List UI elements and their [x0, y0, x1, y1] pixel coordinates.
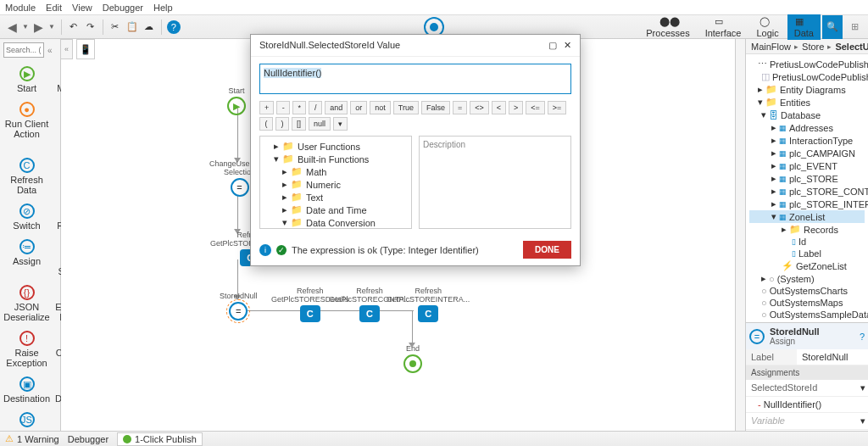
op->[interactable]: >	[509, 101, 523, 114]
description-panel: Description	[419, 136, 571, 229]
breadcrumb-store[interactable]: Store	[802, 42, 824, 52]
forward-button[interactable]: ▶	[31, 20, 46, 34]
op-<>[interactable]: <>	[470, 101, 489, 114]
function-tree[interactable]: ▸📁User Functions ▾📁Built-in Functions ▸📁…	[259, 136, 412, 229]
close-icon[interactable]: ✕	[564, 40, 571, 51]
forward-menu[interactable]: ▼	[46, 23, 58, 31]
cut-icon[interactable]: ✂	[108, 20, 122, 34]
collapse-right-icon[interactable]	[735, 39, 745, 431]
undo-icon[interactable]: ↶	[67, 20, 81, 34]
collapse-left-icon[interactable]: «	[61, 39, 73, 59]
palette-run-client-action[interactable]: ●Run Client Action	[2, 98, 52, 153]
collapse-palette-icon[interactable]: «	[47, 46, 53, 55]
dialog-title: StoreIdNull.SelectedStoreId Value	[259, 40, 400, 51]
palette-refresh-data[interactable]: CRefresh Data	[2, 154, 52, 198]
op-▾[interactable]: ▾	[333, 117, 348, 131]
menu-debugger[interactable]: Debugger	[103, 3, 143, 13]
palette-switch[interactable]: ⊘Switch	[2, 200, 52, 234]
breadcrumb: MainFlow▸ Store▸ SelectUserZoneDropdownO…	[746, 39, 868, 54]
op-[][interactable]: []	[292, 117, 306, 131]
menu-edit[interactable]: Edit	[46, 3, 62, 13]
data-tree[interactable]: ⋯PretiusLowCodePublishingHouseData ◫Pret…	[746, 54, 868, 322]
node-start[interactable]: Start ▶	[227, 86, 246, 115]
node-storeidnull[interactable]: StoreIdNull =	[220, 292, 258, 321]
device-preview-icon[interactable]: 📱	[76, 39, 95, 59]
op-or[interactable]: or	[350, 101, 367, 114]
palette-destination[interactable]: ▣Destination	[2, 373, 52, 407]
publish-button[interactable]: 1-Click Publish	[117, 432, 203, 446]
op-+[interactable]: +	[259, 101, 274, 114]
help-icon[interactable]: ?	[167, 20, 181, 34]
done-button[interactable]: DONE	[523, 241, 571, 259]
op-([interactable]: (	[259, 117, 273, 131]
debugger-status[interactable]: Debugger	[68, 434, 108, 444]
breadcrumb-action[interactable]: SelectUserZoneDropdownOnChange	[835, 42, 868, 52]
validation-message: The expression is ok (Type: Integer Iden…	[292, 245, 479, 255]
back-button[interactable]: ◀	[5, 20, 19, 34]
menu-help[interactable]: Help	[153, 3, 173, 13]
properties-panel: = StoreIdNullAssign ? LabelStoreIdNull A…	[746, 322, 868, 446]
palette-raise-exception[interactable]: !Raise Exception	[2, 327, 52, 371]
module-switcher[interactable]: ⊞	[844, 15, 865, 39]
menu-view[interactable]: View	[72, 3, 92, 13]
status-bar: ⚠1 Warning Debugger 1-Click Publish	[0, 431, 868, 446]
op-<[interactable]: <	[492, 101, 506, 114]
search-button[interactable]: 🔍	[822, 15, 843, 39]
op-)[interactable]: )	[275, 117, 289, 131]
op-and[interactable]: and	[325, 101, 348, 114]
expression-editor-dialog: StoreIdNull.SelectedStoreId Value ▢✕ Nul…	[250, 34, 581, 266]
op-False[interactable]: False	[421, 101, 450, 114]
op-*[interactable]: *	[292, 101, 306, 114]
maximize-icon[interactable]: ▢	[548, 40, 557, 51]
op-null[interactable]: null	[309, 117, 331, 131]
warnings-status[interactable]: ⚠1 Warning	[5, 433, 59, 444]
tab-logic[interactable]: ◯Logic	[749, 14, 785, 40]
tab-processes[interactable]: ⬤⬤Processes	[639, 14, 696, 40]
back-menu[interactable]: ▼	[19, 23, 31, 31]
tool-palette: « ▶Start✉Message●Run Client Action●Run S…	[0, 39, 61, 446]
op-/[interactable]: /	[309, 101, 322, 114]
prop-assign-value[interactable]: NullIdentifier()	[764, 399, 821, 410]
palette-start[interactable]: ▶Start	[2, 63, 52, 97]
palette-assign[interactable]: ≔Assign	[2, 236, 52, 280]
menu-module[interactable]: Module	[5, 3, 36, 13]
help-icon[interactable]: ?	[860, 332, 865, 342]
tab-interface[interactable]: ▭Interface	[698, 14, 748, 40]
prop-title: StoreIdNull	[770, 326, 820, 337]
op-<=[interactable]: <=	[526, 101, 545, 114]
op--[interactable]: -	[276, 101, 290, 114]
redo-icon[interactable]: ↷	[84, 20, 97, 34]
palette-json-deserialize[interactable]: {}JSON Deserialize	[2, 282, 52, 326]
op->=[interactable]: >=	[548, 101, 567, 114]
cloud-icon[interactable]: ☁	[142, 20, 156, 34]
prop-label-value[interactable]: StoreIdNull	[797, 349, 868, 365]
paste-icon[interactable]: 📋	[125, 20, 139, 34]
op-not[interactable]: not	[370, 101, 391, 114]
node-end[interactable]: End	[403, 344, 422, 373]
breadcrumb-mainflow[interactable]: MainFlow	[751, 42, 791, 52]
palette-search-input[interactable]	[3, 42, 44, 58]
tab-data[interactable]: ▦Data	[787, 14, 821, 40]
expression-input[interactable]: NullIdentifier()	[259, 64, 571, 94]
node-refresh-interaction[interactable]: Refresh GetPlcSTOREINTERA... C	[387, 287, 470, 322]
op-True[interactable]: True	[393, 101, 419, 114]
op-=[interactable]: =	[453, 101, 467, 114]
